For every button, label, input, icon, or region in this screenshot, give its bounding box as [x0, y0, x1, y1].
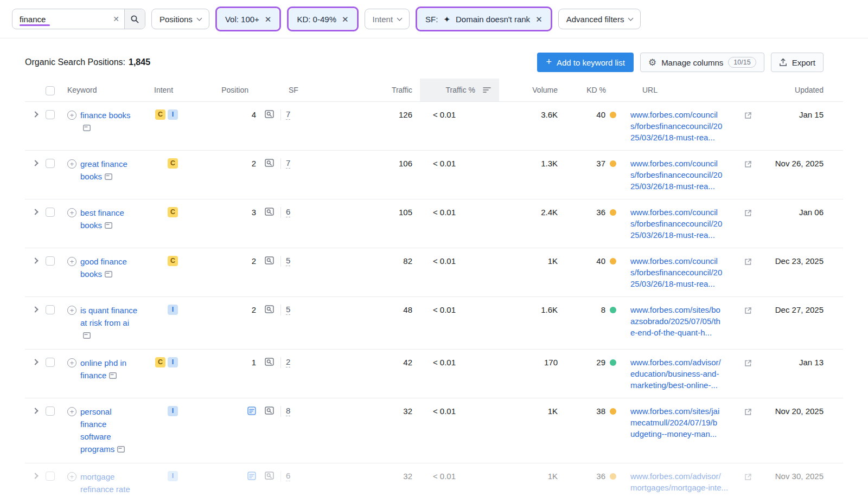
expand-row-chevron[interactable]: [32, 306, 38, 312]
result-url[interactable]: www.forbes.com/advisor/: [630, 470, 745, 482]
result-url[interactable]: marketing/best-online-...: [630, 379, 745, 391]
sf-count-link[interactable]: 5: [286, 304, 290, 315]
view-serp-icon[interactable]: [265, 110, 276, 122]
sf-count-link[interactable]: 5: [286, 255, 290, 266]
col-header-kd[interactable]: KD %: [570, 79, 630, 101]
row-checkbox[interactable]: [46, 358, 55, 367]
serp-card-icon[interactable]: [117, 443, 125, 456]
expand-row-chevron[interactable]: [32, 257, 38, 263]
view-serp-icon[interactable]: [265, 406, 276, 418]
positions-dropdown[interactable]: Positions: [151, 9, 209, 29]
result-url[interactable]: s/forbesfinancecouncil/20: [630, 218, 745, 229]
external-link-icon[interactable]: [744, 407, 752, 418]
expand-row-chevron[interactable]: [32, 473, 38, 479]
serp-card-icon[interactable]: [105, 268, 112, 281]
external-link-icon[interactable]: [744, 111, 752, 122]
row-checkbox[interactable]: [46, 159, 55, 168]
serp-card-icon[interactable]: [83, 330, 91, 342]
sf-count-link[interactable]: 6: [286, 470, 290, 481]
expand-row-chevron[interactable]: [32, 408, 38, 414]
col-header-intent[interactable]: Intent: [154, 79, 201, 101]
search-input[interactable]: [12, 15, 124, 24]
result-url[interactable]: s/forbesfinancecouncil/20: [630, 120, 745, 132]
row-checkbox[interactable]: [46, 406, 55, 416]
col-header-position[interactable]: Position: [201, 79, 265, 101]
expand-row-chevron[interactable]: [32, 111, 38, 117]
featured-snippet-position-icon[interactable]: [247, 406, 256, 418]
keyword-link[interactable]: great finance books: [80, 159, 127, 181]
row-checkbox[interactable]: [46, 305, 55, 314]
result-url[interactable]: www.forbes.com/advisor/: [630, 357, 745, 368]
view-serp-icon[interactable]: [265, 256, 276, 268]
keyword-link[interactable]: best finance books: [80, 208, 124, 230]
result-url[interactable]: azsobrado/2025/07/05/th: [630, 315, 745, 327]
external-link-icon[interactable]: [744, 208, 752, 220]
add-keyword-icon[interactable]: +: [67, 208, 76, 217]
result-url[interactable]: mortgages/mortgage-inte...: [630, 482, 745, 493]
external-link-icon[interactable]: [744, 358, 752, 370]
keyword-link[interactable]: online phd in finance: [80, 358, 126, 380]
row-checkbox[interactable]: [46, 256, 55, 266]
add-keyword-icon[interactable]: +: [67, 472, 76, 481]
intent-dropdown[interactable]: Intent: [365, 9, 410, 29]
col-header-sf[interactable]: SF: [265, 79, 346, 101]
external-link-icon[interactable]: [744, 472, 752, 483]
result-url[interactable]: udgeting--money-man...: [630, 428, 745, 440]
add-to-keyword-list-button[interactable]: + Add to keyword list: [537, 53, 633, 72]
col-header-traffic[interactable]: Traffic: [346, 79, 420, 101]
advanced-filters-dropdown[interactable]: Advanced filters: [558, 9, 641, 29]
result-url[interactable]: mecatmull/2024/07/19/b: [630, 417, 745, 428]
serp-card-icon[interactable]: [105, 171, 112, 183]
add-keyword-icon[interactable]: +: [67, 358, 76, 367]
add-keyword-icon[interactable]: +: [67, 407, 76, 416]
serp-card-icon[interactable]: [109, 370, 117, 382]
result-url[interactable]: www.forbes.com/council: [630, 109, 745, 120]
sf-count-link[interactable]: 8: [286, 405, 290, 416]
add-keyword-icon[interactable]: +: [67, 159, 76, 169]
remove-kd-filter-icon[interactable]: ✕: [342, 15, 349, 23]
external-link-icon[interactable]: [744, 257, 752, 268]
add-keyword-icon[interactable]: +: [67, 257, 76, 266]
featured-snippet-position-icon[interactable]: [247, 472, 256, 483]
kd-filter-chip[interactable]: KD: 0-49% ✕: [289, 9, 356, 29]
col-header-url[interactable]: URL: [630, 79, 767, 101]
result-url[interactable]: 25/03/26/18-must-rea...: [630, 180, 745, 192]
result-url[interactable]: www.forbes.com/council: [630, 255, 745, 267]
sf-count-link[interactable]: 7: [286, 158, 290, 169]
result-url[interactable]: www.forbes.com/council: [630, 206, 745, 218]
clear-search-icon[interactable]: ✕: [113, 15, 119, 23]
result-url[interactable]: www.forbes.com/sites/jai: [630, 405, 745, 417]
col-header-keyword[interactable]: Keyword: [67, 79, 154, 101]
serp-card-icon[interactable]: [105, 220, 112, 232]
col-header-updated[interactable]: Updated: [767, 79, 843, 101]
row-checkbox[interactable]: [46, 208, 55, 217]
volume-filter-chip[interactable]: Vol: 100+ ✕: [218, 9, 279, 29]
result-url[interactable]: 25/03/26/18-must-rea...: [630, 132, 745, 143]
remove-sf-filter-icon[interactable]: ✕: [535, 15, 542, 23]
export-button[interactable]: Export: [771, 53, 824, 72]
result-url[interactable]: s/forbesfinancecouncil/20: [630, 267, 745, 278]
external-link-icon[interactable]: [744, 159, 752, 171]
sf-count-link[interactable]: 2: [286, 357, 290, 367]
expand-row-chevron[interactable]: [32, 359, 38, 365]
view-serp-icon[interactable]: [265, 305, 276, 317]
keyword-link[interactable]: good finance books: [80, 257, 127, 279]
keyword-link[interactable]: is quant finance at risk from ai: [80, 306, 137, 327]
row-checkbox[interactable]: [46, 110, 55, 119]
result-url[interactable]: education/business-and-: [630, 368, 745, 379]
view-serp-icon[interactable]: [265, 472, 276, 483]
result-url[interactable]: 25/03/26/18-must-rea...: [630, 278, 745, 289]
col-header-traffic-pct[interactable]: Traffic %: [420, 79, 499, 101]
result-url[interactable]: s/forbesfinancecouncil/20: [630, 169, 745, 180]
result-url[interactable]: www.forbes.com/sites/bo: [630, 304, 745, 315]
add-keyword-icon[interactable]: +: [67, 306, 76, 315]
remove-volume-filter-icon[interactable]: ✕: [265, 15, 272, 23]
add-keyword-icon[interactable]: +: [67, 111, 76, 120]
view-serp-icon[interactable]: [265, 159, 276, 171]
search-button[interactable]: [124, 9, 145, 29]
view-serp-icon[interactable]: [265, 358, 276, 370]
result-url[interactable]: www.forbes.com/council: [630, 158, 745, 169]
serp-card-icon[interactable]: [83, 122, 91, 134]
expand-row-chevron[interactable]: [32, 209, 38, 215]
sf-count-link[interactable]: 6: [286, 206, 290, 217]
